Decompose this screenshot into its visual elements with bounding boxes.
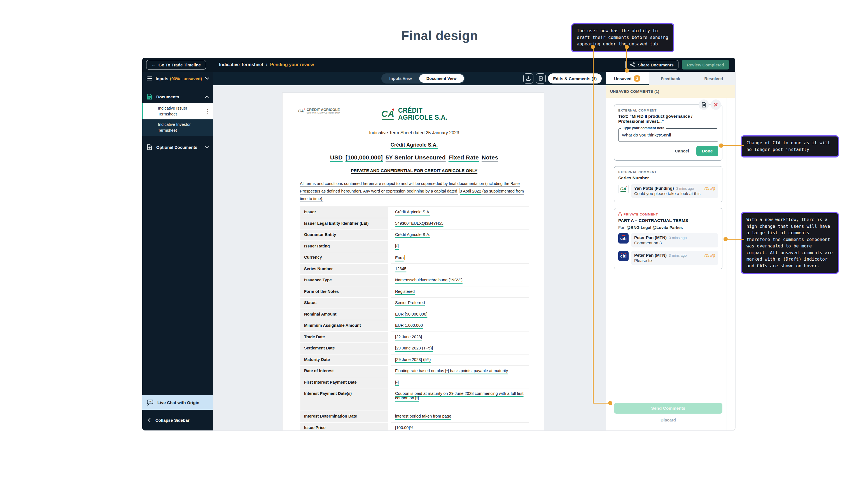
svg-text:?: ? [149, 400, 151, 403]
back-arrow-icon: ← [152, 62, 156, 67]
comment-card-title: PART A – CONTRACTUAL TERMS [618, 218, 718, 223]
review-completed-button[interactable]: Review Completed [682, 60, 729, 69]
collapse-sidebar-button[interactable]: Collapse Sidebar [142, 410, 213, 430]
tab-inputs-view[interactable]: Inputs View [382, 74, 419, 83]
field-value[interactable]: [29 June 2023] (5Y) [391, 355, 529, 366]
connector-line-send [593, 403, 610, 403]
connector-dot [719, 143, 723, 148]
field-value[interactable]: [100.00]% [391, 423, 529, 431]
comment-input-label: Type your comment here [621, 126, 666, 130]
field-label: Interest Determination Date [300, 411, 391, 423]
termsheet-table: IssuerCrédit Agricole S.A.Issuer Legal E… [300, 206, 529, 430]
table-row: Issue Price[100.00]% [300, 423, 529, 431]
document-viewport[interactable]: CA CRÉDIT AGRICOLE CORPORATE & INVESTMEN… [213, 85, 606, 430]
chevron-up-icon [205, 95, 209, 98]
tab-resolved[interactable]: Resolved [692, 72, 735, 85]
table-row: Settlement Date[29 June 2023 (T+5)] [300, 343, 529, 355]
field-value[interactable]: Crédit Agricole S.A. [391, 229, 529, 241]
tab-unsaved[interactable]: Unsaved 3 [606, 72, 649, 85]
comment-text: Could you please take a look at this [634, 191, 715, 196]
share-icon [630, 62, 635, 67]
table-row: Guarantor EntityCrédit Agricole S.A. [300, 229, 529, 241]
field-value[interactable]: Registered [391, 286, 529, 298]
edits-comments-button[interactable]: Edits & Comments (3) [548, 74, 602, 84]
annotation-workflow: With a new workflow, there is a high cha… [741, 212, 839, 274]
table-row: Series Number12345 [300, 264, 529, 275]
breadcrumb-document: Indicative Termsheet [219, 62, 263, 67]
download-document-button[interactable] [523, 74, 533, 84]
field-value[interactable]: [29 June 2023 (T+5)] [391, 343, 529, 355]
sidebar-item-indicative-investor-termsheet[interactable]: Indicative Investor Termsheet [142, 119, 213, 136]
field-label: Trade Date [300, 332, 391, 343]
sidebar-section-optional-documents[interactable]: Optional Documents [142, 141, 213, 153]
termsheet-issuer-title: Crédit Agricole S.A. [300, 142, 528, 148]
field-value[interactable]: Senior Preferred [391, 297, 529, 309]
add-document-button[interactable] [536, 74, 546, 84]
live-chat-button[interactable]: ? Live Chat with Origin [142, 395, 213, 410]
cancel-button[interactable]: Cancel [675, 148, 689, 153]
panel-footer: Send Comments Discard [606, 401, 735, 430]
field-value[interactable]: Crédit Agricole S.A. [391, 207, 529, 218]
field-value[interactable]: EUR 1,000,000 [391, 320, 529, 332]
comment-type-label: PRIVATE COMMENT [618, 212, 718, 216]
locate-in-document-button[interactable] [699, 100, 709, 110]
field-value[interactable]: [•] [391, 241, 529, 253]
connector-dot [608, 401, 612, 405]
field-value[interactable]: [22 June 2023] [391, 332, 529, 343]
table-row: Minimum Assignable AmountEUR 1,000,000 [300, 320, 529, 332]
comment-row[interactable]: CA Yan Potts (Funding) 3 mins ago (Draft… [618, 184, 718, 198]
field-label: Issuer Rating [300, 241, 391, 253]
chevron-down-icon [205, 77, 210, 80]
unsaved-comments-header: UNSAVED COMMENTS (1) [606, 85, 735, 98]
unsaved-count-badge: 3 [633, 75, 640, 82]
field-value[interactable]: 12345 [391, 264, 529, 275]
draft-comment-card: ✕ EXTERNAL COMMENT Text: “MiFID II produ… [614, 105, 722, 161]
table-row: Issuer Legal Entity Identifier (LEI)5493… [300, 218, 529, 230]
field-label: Nominal Amount [300, 309, 391, 320]
comment-row[interactable]: citi Peter Pan (MTN) 3 mins ago Comment … [618, 233, 718, 248]
field-value[interactable]: EUR [50,000,000] [391, 309, 529, 320]
kebab-menu-icon[interactable]: ⋮ [205, 110, 211, 113]
field-label: Form of the Notes [300, 286, 391, 298]
doc-item-label: Indicative Investor Termsheet [158, 122, 203, 133]
delete-comment-button[interactable]: ✕ [711, 100, 721, 110]
tab-document-view[interactable]: Document View [419, 74, 464, 83]
go-to-trade-timeline-button[interactable]: ← Go To Trade Timeline [146, 60, 206, 69]
edited-date[interactable]: 8 April 2022 [460, 189, 481, 193]
discard-button[interactable]: Discard [606, 418, 731, 422]
field-value[interactable]: 549300TEULXQI3B4YH55 [391, 218, 529, 230]
comment-type-label: EXTERNAL COMMENT [618, 170, 718, 174]
confidential-notice: PRIVATE AND CONFIDENTIAL FOR CREDIT AGRI… [300, 168, 528, 173]
table-row: Trade Date[22 June 2023] [300, 332, 529, 343]
tab-feedback[interactable]: Feedback [649, 72, 692, 85]
connector-dot [591, 45, 595, 49]
field-value[interactable]: interest period taken from page [391, 411, 529, 423]
field-value[interactable]: Floating rate based on plus [•] basis po… [391, 366, 529, 377]
sidebar-item-indicative-issuer-termsheet[interactable]: Indicative Issuer Termsheet ⋮ [142, 103, 213, 119]
comment-author: Peter Pan (MTN) [634, 253, 667, 258]
termsheet-notes-title: USD[100,000,000]5Y Senior UnsecuredFixed… [300, 154, 528, 161]
field-label: Minimum Assignable Amount [300, 320, 391, 332]
sidebar-section-documents[interactable]: Documents [142, 90, 213, 103]
svg-text:CA: CA [381, 109, 394, 119]
close-icon: ✕ [713, 102, 718, 108]
inputs-dropdown[interactable]: Inputs (93% - unsaved) [142, 72, 213, 85]
field-value[interactable]: Euro [391, 252, 529, 264]
annotation-draft-comments: The user now has the ability to draft th… [571, 23, 674, 52]
comment-input[interactable]: Type your comment here What do you think… [618, 129, 718, 142]
table-row: Interest Payment Date(s)Coupon is paid a… [300, 389, 529, 411]
field-label: Series Number [300, 264, 391, 275]
field-value[interactable]: Coupon is paid at maturity on 29 June 20… [391, 389, 529, 411]
field-value[interactable]: Namensschuldverschreibung ("NSV") [391, 275, 529, 286]
comment-row[interactable]: citi Peter Pan (MTN) 3 mins ago (Draft) … [618, 251, 718, 265]
termsheet-page: CA CRÉDIT AGRICOLE CORPORATE & INVESTMEN… [282, 92, 544, 430]
comment-time: 3 mins ago [676, 186, 694, 191]
comment-bubble: Yan Potts (Funding) 3 mins ago (Draft) C… [631, 184, 718, 198]
comment-card-title: Series Number [618, 175, 718, 180]
document-search-icon [702, 102, 707, 108]
send-comments-button[interactable]: Send Comments [614, 403, 722, 414]
done-button[interactable]: Done [696, 146, 718, 157]
share-documents-button[interactable]: Share Documents [625, 60, 678, 69]
comment-card-series-number: EXTERNAL COMMENT Series Number CA Yan Po… [614, 166, 722, 202]
field-value[interactable]: [•] [391, 377, 529, 389]
